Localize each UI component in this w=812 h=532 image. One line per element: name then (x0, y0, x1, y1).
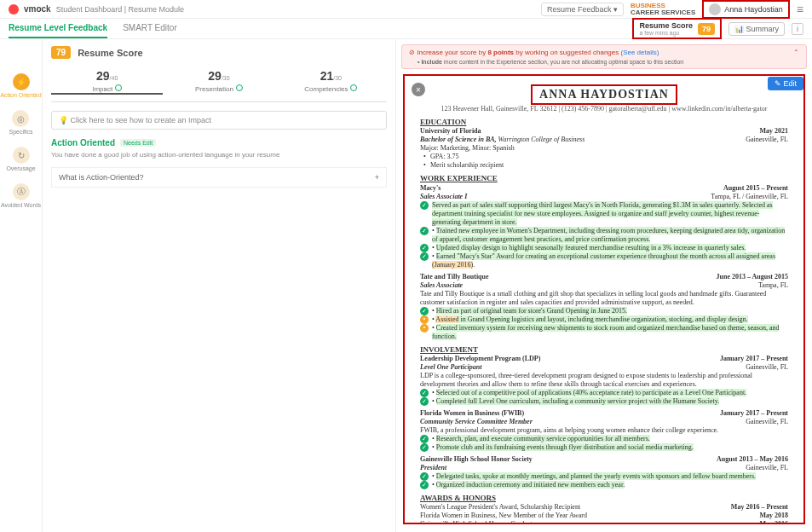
resume-name: ANNA HAYDOSTIAN (539, 88, 669, 101)
pencil-icon: ✎ (775, 79, 781, 88)
section-education: EDUCATION (420, 118, 788, 127)
sidebar-item-avoided-words[interactable]: Ⓐ Avoided Words (1, 183, 41, 208)
bullet[interactable]: • Assisted in Grand Opening logistics an… (420, 315, 788, 324)
metric-impact[interactable]: 29/40 Impact (51, 69, 163, 95)
bullet[interactable]: Served as part of sales staff supporting… (420, 201, 788, 227)
user-menu[interactable]: Anna Haydostian (702, 0, 790, 19)
improvement-banner: ⊘ Increase your score by 8 points by wor… (401, 44, 807, 69)
bullet[interactable]: • Promote club and its fundraising event… (420, 443, 788, 452)
see-details-link[interactable]: (See details) (620, 49, 659, 56)
ao-title: Action Oriented (51, 138, 115, 147)
sidebar-item-overusage[interactable]: ↻ Overusage (6, 147, 35, 171)
bullet[interactable]: • Selected out of a competitive pool of … (420, 389, 788, 397)
resume-document: × ANNA HAYDOSTIAN 123 Heavener Hall, Gai… (403, 74, 805, 524)
top-bar: vmock Student Dashboard | Resume Module … (0, 0, 812, 19)
brand: vmock (24, 4, 51, 14)
close-icon[interactable]: × (412, 83, 425, 96)
bullet[interactable]: • Created inventory system for receiving… (420, 324, 788, 341)
metric-presentation[interactable]: 29/30 Presentation (163, 69, 274, 95)
check-icon (236, 84, 243, 91)
resume-score-box: Resume Score a few mins ago 79 (632, 18, 722, 39)
menu-icon[interactable]: ≡ (797, 3, 803, 16)
resume-score-value: 79 (698, 23, 715, 35)
user-name: Anna Haydostian (724, 5, 783, 14)
summary-button[interactable]: 📊 Summary (728, 22, 785, 36)
section-work: WORK EXPERIENCE (420, 174, 788, 183)
resume-score-time: a few mins ago (639, 30, 693, 36)
vmock-logo-icon (9, 4, 19, 14)
edit-button[interactable]: ✎ Edit (768, 77, 803, 90)
score-title: Resume Score (78, 48, 142, 58)
words-icon: Ⓐ (13, 183, 30, 200)
info-icon[interactable]: i (792, 23, 803, 35)
breadcrumb: Student Dashboard | Resume Module (56, 5, 184, 14)
resume-name-highlight: ANNA HAYDOSTIAN (531, 84, 677, 105)
tab-smart-editor[interactable]: SMART Editor (123, 19, 177, 38)
resume-score-label: Resume Score (639, 21, 693, 30)
avatar-icon (709, 3, 721, 15)
action-icon: ⚡ (13, 73, 30, 90)
sidebar-item-specifics[interactable]: ◎ Specifics (9, 110, 32, 135)
bullet[interactable]: • Earned "Macy's Star" Award for creatin… (420, 252, 788, 269)
ao-description: You have done a good job of using action… (51, 151, 387, 159)
bulb-icon: 💡 (59, 116, 68, 124)
check-icon (350, 84, 357, 91)
ao-tag: Needs Edit (120, 139, 156, 147)
impact-hint[interactable]: 💡 Click here to see how to create an Imp… (51, 111, 387, 130)
resume-feedback-dropdown[interactable]: Resume Feedback ▾ (541, 3, 624, 16)
chart-icon: 📊 (734, 25, 744, 33)
resume-contact: 123 Heavener Hall, Gainesville, FL 32612… (420, 105, 788, 113)
bullet[interactable]: • Trained new employee in Women's Depart… (420, 227, 788, 244)
sidebar: ⚡ Action Oriented ◎ Specifics ↻ Overusag… (0, 39, 43, 532)
repeat-icon: ↻ (13, 147, 30, 164)
resume-preview-panel: ⊘ Increase your score by 8 points by wor… (396, 39, 812, 532)
target-icon: ◎ (12, 110, 29, 127)
feedback-panel: 79 Resume Score 29/40 Impact 29/30 Prese… (43, 39, 396, 532)
bullet[interactable]: • Hired as part of original team for sto… (420, 307, 788, 315)
bullet[interactable]: • Research, plan, and execute community … (420, 435, 788, 443)
section-involvement: INVOLVEMENT (420, 345, 788, 355)
metric-competencies[interactable]: 21/30 Competencies (275, 69, 387, 95)
plus-icon: + (375, 173, 379, 182)
tabs-row: Resume Level Feedback SMART Editor Resum… (0, 19, 812, 39)
bullet[interactable]: • Completed full Level One curriculum, i… (420, 397, 788, 406)
score-chip: 79 (51, 46, 71, 59)
section-awards: AWARDS & HONORS (420, 494, 788, 503)
bullet[interactable]: • Delegated tasks, spoke at monthly meet… (420, 472, 788, 481)
check-icon (115, 84, 122, 91)
accordion-what-is-ao[interactable]: What is Action-Oriented? + (51, 167, 387, 188)
partner-logo: BUSINESS CAREER SERVICES (631, 3, 695, 16)
bullet[interactable]: • Updated display design to highlight se… (420, 244, 788, 252)
collapse-icon[interactable]: ⌃ (793, 49, 799, 56)
sidebar-item-action-oriented[interactable]: ⚡ Action Oriented (0, 73, 41, 98)
tab-resume-level-feedback[interactable]: Resume Level Feedback (9, 19, 107, 38)
warning-icon: ⊘ (409, 49, 415, 56)
chevron-down-icon: ▾ (613, 5, 618, 14)
bullet[interactable]: • Organized induction ceremony and initi… (420, 481, 788, 489)
